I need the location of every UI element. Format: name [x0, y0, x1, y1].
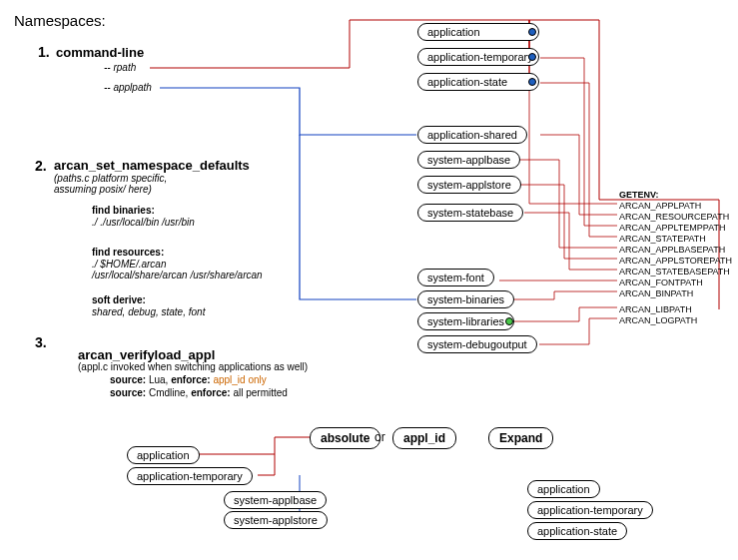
pill-bottom-application-temporary: application-temporary [127, 467, 253, 485]
section-1-heading: command-line [56, 45, 144, 60]
pill-expand: Expand [488, 427, 553, 449]
section-3-heading: arcan_verifyload_appl [78, 347, 215, 362]
pill-system-font: system-font [417, 269, 494, 286]
arg-applpath: -- applpath [104, 82, 152, 93]
dot-icon [528, 28, 536, 36]
pill-appl-id: appl_id [392, 427, 456, 449]
section-2-heading: arcan_set_namespace_defaults [54, 158, 250, 173]
env-applpath: ARCAN_APPLPATH [619, 201, 701, 211]
find-resources-head: find resources: [92, 247, 164, 258]
pill-system-statebase: system-statebase [417, 204, 523, 222]
env-binpath: ARCAN_BINPATH [619, 288, 693, 298]
env-resourcepath: ARCAN_RESOURCEPATH [619, 212, 729, 222]
or-text: or [374, 430, 385, 444]
env-statepath: ARCAN_STATEPATH [619, 234, 706, 244]
pill-application-state: application-state [417, 73, 539, 91]
section-3-sub: (appl.c invoked when switching applicati… [78, 361, 308, 372]
arg-rpath: -- rpath [104, 62, 136, 73]
pill-application: application [417, 23, 539, 41]
soft-derive-text: shared, debug, state, font [92, 306, 205, 317]
section-3-line-2: source: Cmdline, enforce: all permitted [110, 387, 288, 398]
env-libpath: ARCAN_LIBPATH [619, 304, 692, 314]
env-statebasepath: ARCAN_STATEBASEPATH [619, 267, 730, 277]
find-binaries-text: ./ ./usr/local/bin /usr/bin [92, 217, 195, 228]
pill-right-application: application [527, 480, 600, 498]
soft-derive-head: soft derive: [92, 294, 146, 305]
dot-icon [505, 317, 513, 325]
pill-application-shared: application-shared [417, 126, 527, 144]
getenv-head: GETENV: [619, 190, 659, 200]
dot-icon [528, 78, 536, 86]
pill-bottom-application: application [127, 446, 200, 464]
env-appltemppath: ARCAN_APPLTEMPPATH [619, 223, 726, 233]
pill-system-binaries: system-binaries [417, 290, 514, 308]
page-title: Namespaces: [14, 12, 106, 29]
pill-absolute: absolute [310, 427, 380, 449]
find-resources-text-1: ./ $HOME/.arcan [92, 259, 166, 270]
env-fontpath: ARCAN_FONTPATH [619, 278, 703, 287]
section-3-line-1: source: Lua, enforce: appl_id only [110, 374, 267, 385]
find-binaries-head: find binaries: [92, 205, 155, 216]
env-applbasepath: ARCAN_APPLBASEPATH [619, 245, 725, 255]
pill-system-libraries: system-libraries [417, 312, 514, 330]
pill-application-temporary: application-temporary [417, 48, 539, 66]
section-2-num: 2. [35, 158, 47, 174]
dot-icon [528, 53, 536, 61]
pill-right-application-state: application-state [527, 522, 627, 540]
env-logpath: ARCAN_LOGPATH [619, 315, 697, 325]
section-3-num: 3. [35, 334, 47, 350]
pill-system-applstore: system-applstore [417, 176, 521, 194]
section-2-sub: (paths.c platform specific, assuming pos… [54, 173, 167, 195]
env-applstorepath: ARCAN_APPLSTOREPATH [619, 256, 732, 266]
section-1-num: 1. [38, 44, 50, 60]
pill-system-applbase: system-applbase [417, 151, 520, 169]
pill-system-debugoutput: system-debugoutput [417, 335, 537, 353]
pill-right-application-temporary: application-temporary [527, 501, 653, 519]
find-resources-text-2: /usr/local/share/arcan /usr/share/arcan [92, 270, 263, 280]
pill-bottom-system-applbase: system-applbase [224, 491, 327, 509]
pill-bottom-system-applstore: system-applstore [224, 511, 328, 529]
